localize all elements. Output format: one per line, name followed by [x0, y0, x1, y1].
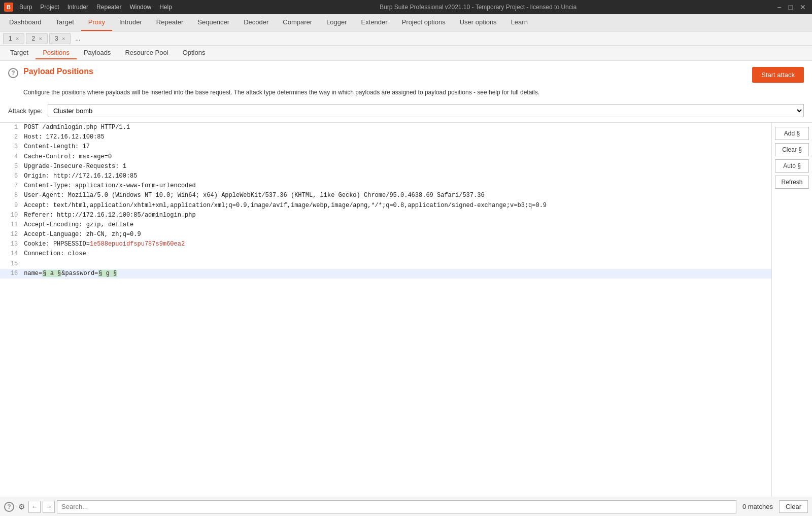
minimize-button[interactable]: −	[775, 3, 783, 11]
instance-tab-1[interactable]: 1 ×	[3, 33, 24, 44]
auto-section-button[interactable]: Auto §	[775, 159, 809, 173]
search-help-icon[interactable]: ?	[4, 502, 14, 512]
line-number: 10	[0, 211, 22, 220]
line-content: Referer: http://172.16.12.100:85/adminlo…	[22, 211, 771, 220]
window-controls: − □ ✕	[775, 3, 808, 11]
menu-bar: Burp Project Intruder Repeater Window He…	[16, 3, 175, 12]
tab-intruder-payloads[interactable]: Payloads	[77, 47, 118, 59]
tab-dashboard[interactable]: Dashboard	[2, 14, 49, 31]
tab-extender[interactable]: Extender	[354, 14, 395, 31]
table-row: 15	[0, 259, 771, 269]
tab-intruder-positions[interactable]: Positions	[36, 47, 77, 59]
line-number: 5	[0, 162, 22, 171]
line-number: 9	[0, 201, 22, 211]
line-content	[22, 259, 771, 269]
line-content: Content-Type: application/x-www-form-url…	[22, 181, 771, 191]
attack-type-select[interactable]: Sniper Battering ram Pitchfork Cluster b…	[48, 104, 804, 117]
instance-tab-2[interactable]: 2 ×	[26, 33, 47, 44]
line-number: 8	[0, 191, 22, 200]
tab-target[interactable]: Target	[49, 14, 81, 31]
table-row: 13Cookie: PHPSESSID=1e588epuoidfspu787s9…	[0, 239, 771, 249]
tab-proxy[interactable]: Proxy	[81, 14, 112, 31]
line-content: name=§ a §&password=§ g §	[22, 269, 771, 279]
tab-project-options[interactable]: Project options	[395, 14, 453, 31]
table-row: 16name=§ a §&password=§ g §	[0, 269, 771, 279]
maximize-button[interactable]: □	[787, 3, 795, 11]
positions-description: Configure the positions where payloads w…	[0, 86, 812, 101]
table-row: 7Content-Type: application/x-www-form-ur…	[0, 181, 771, 191]
burp-logo: B	[4, 3, 13, 12]
tab-intruder-options[interactable]: Options	[176, 47, 213, 59]
close-tab-1-icon[interactable]: ×	[16, 36, 19, 42]
payload-marker: § a §	[42, 270, 61, 277]
start-attack-button[interactable]: Start attack	[752, 67, 804, 83]
payload-marker: § g §	[98, 270, 117, 277]
close-tab-2-icon[interactable]: ×	[39, 36, 42, 42]
settings-gear-icon[interactable]: ⚙	[16, 502, 26, 512]
tab-decoder[interactable]: Decoder	[236, 14, 276, 31]
search-next-button[interactable]: →	[43, 501, 55, 513]
tab-repeater[interactable]: Repeater	[149, 14, 190, 31]
menu-intruder[interactable]: Intruder	[64, 3, 91, 12]
instance-tab-3[interactable]: 3 ×	[49, 33, 71, 44]
line-number: 14	[0, 249, 22, 259]
tab-intruder-target[interactable]: Target	[3, 47, 36, 59]
line-content: Upgrade-Insecure-Requests: 1	[22, 162, 771, 171]
line-number: 16	[0, 269, 22, 279]
attack-type-row: Attack type: Sniper Battering ram Pitchf…	[0, 101, 812, 122]
close-button[interactable]: ✕	[798, 3, 808, 11]
intruder-tabs: Target Positions Payloads Resource Pool …	[0, 46, 812, 61]
menu-help[interactable]: Help	[156, 3, 175, 12]
table-row: 11Accept-Encoding: gzip, deflate	[0, 220, 771, 230]
tab-intruder[interactable]: Intruder	[112, 14, 149, 31]
menu-burp[interactable]: Burp	[16, 3, 35, 12]
line-content: Host: 172.16.12.100:85	[22, 132, 771, 142]
menu-window[interactable]: Window	[126, 3, 154, 12]
close-tab-3-icon[interactable]: ×	[62, 36, 65, 42]
tab-logger[interactable]: Logger	[319, 14, 354, 31]
search-input[interactable]	[57, 500, 736, 513]
title-bar: B Burp Project Intruder Repeater Window …	[0, 0, 812, 14]
more-tabs[interactable]: ...	[72, 34, 83, 43]
search-prev-button[interactable]: ←	[28, 501, 41, 513]
matches-count: 0 matches	[738, 503, 777, 510]
line-number: 3	[0, 142, 22, 152]
tab-learn[interactable]: Learn	[504, 14, 535, 31]
line-content: Content-Length: 17	[22, 142, 771, 152]
add-section-button[interactable]: Add §	[775, 127, 809, 140]
tab-comparer[interactable]: Comparer	[276, 14, 319, 31]
positions-header: ? Payload Positions Start attack	[0, 61, 812, 86]
table-row: 14Connection: close	[0, 249, 771, 259]
positions-help-icon[interactable]: ?	[8, 68, 18, 78]
code-table: 1POST /adminlogin.php HTTP/1.12Host: 172…	[0, 123, 771, 279]
table-row: 10Referer: http://172.16.12.100:85/admin…	[0, 211, 771, 220]
line-content: Accept-Encoding: gzip, deflate	[22, 220, 771, 230]
line-number: 1	[0, 123, 22, 132]
tab-sequencer[interactable]: Sequencer	[190, 14, 236, 31]
line-number: 2	[0, 132, 22, 142]
line-content: Cookie: PHPSESSID=1e588epuoidfspu787s9m6…	[22, 239, 771, 249]
content-area: ? Payload Positions Start attack Configu…	[0, 61, 812, 516]
line-number: 12	[0, 230, 22, 239]
refresh-button[interactable]: Refresh	[775, 176, 809, 189]
tab-intruder-resource-pool[interactable]: Resource Pool	[118, 47, 175, 59]
app-title: Burp Suite Professional v2021.10 - Tempo…	[181, 4, 775, 11]
menu-project[interactable]: Project	[37, 3, 62, 12]
menu-repeater[interactable]: Repeater	[93, 3, 124, 12]
table-row: 2Host: 172.16.12.100:85	[0, 132, 771, 142]
table-row: 1POST /adminlogin.php HTTP/1.1	[0, 123, 771, 132]
line-content: Accept: text/html,application/xhtml+xml,…	[22, 201, 771, 211]
line-number: 4	[0, 152, 22, 162]
request-editor[interactable]: 1POST /adminlogin.php HTTP/1.12Host: 172…	[0, 123, 771, 497]
clear-search-button[interactable]: Clear	[779, 500, 808, 513]
table-row: 8User-Agent: Mozilla/5.0 (Windows NT 10.…	[0, 191, 771, 200]
positions-title: Payload Positions	[23, 67, 93, 76]
tab-user-options[interactable]: User options	[453, 14, 504, 31]
table-row: 4Cache-Control: max-age=0	[0, 152, 771, 162]
line-content: Connection: close	[22, 249, 771, 259]
line-number: 15	[0, 259, 22, 269]
clear-section-button[interactable]: Clear §	[775, 143, 809, 156]
editor-container: 1POST /adminlogin.php HTTP/1.12Host: 172…	[0, 122, 812, 497]
line-content: Cache-Control: max-age=0	[22, 152, 771, 162]
line-content: Accept-Language: zh-CN, zh;q=0.9	[22, 230, 771, 239]
